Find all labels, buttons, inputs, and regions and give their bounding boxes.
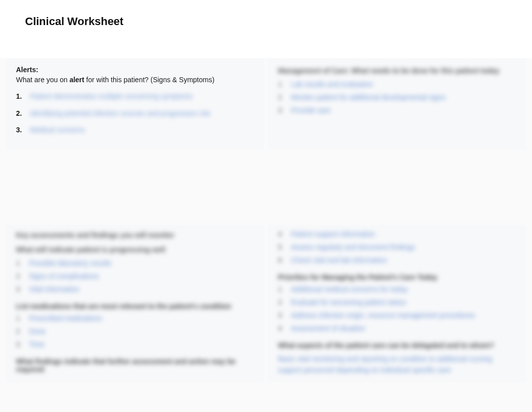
mgmt-text-1: Lab results and evaluation	[291, 80, 373, 88]
ll-num1-3: 3	[16, 285, 23, 293]
ll-num2-1: 1	[16, 314, 23, 322]
ll-item2-1: 1 Prescribed medications	[16, 314, 254, 322]
alert-text-1: Patient demonstrates multiple concerning…	[30, 92, 192, 102]
alerts-prompt: What are you on alert for with this pati…	[16, 76, 254, 84]
lr-heading2: What aspects of the patient care can be …	[278, 341, 516, 349]
alert-item-1: 1. Patient demonstrates multiple concern…	[16, 92, 254, 102]
ll-heading1: Key assessments and findings you will mo…	[16, 230, 254, 241]
mgmt-text-2: Monitor patient for additional developme…	[291, 93, 445, 101]
ll-text2-3: Time	[29, 340, 45, 348]
lr-top-num-1: 4	[278, 230, 285, 238]
prompt-suffix: for with this patient? (Signs & Symptoms…	[84, 76, 214, 84]
lr-text1-2: Evaluate for worsening patient status	[291, 298, 406, 306]
lr-item1-4: 4 Assessment of situation	[278, 324, 516, 332]
prompt-bold: alert	[70, 76, 85, 84]
upper-content: Alerts: What are you on alert for with t…	[0, 58, 532, 150]
ll-num2-3: 3	[16, 340, 23, 348]
mgmt-num-1: 1	[278, 80, 285, 88]
lr-num1-2: 2	[278, 298, 285, 306]
ll-item2-2: 2 Dose	[16, 327, 254, 335]
alert-num-2: 2.	[16, 109, 25, 117]
lr-top-num-3: 6	[278, 256, 285, 264]
mgmt-num-2: 2	[278, 93, 285, 101]
lr-top-num-2: 5	[278, 243, 285, 251]
ll-item2-3: 3 Time	[16, 340, 254, 348]
ll-num2-2: 2	[16, 327, 23, 335]
alerts-column: Alerts: What are you on alert for with t…	[6, 58, 264, 150]
lr-num1-1: 1	[278, 285, 285, 293]
alert-num-1: 1.	[16, 92, 25, 100]
alert-item-2: 2. Identifying potential infection sourc…	[16, 109, 254, 119]
alert-text-3: Medical concerns	[30, 125, 85, 135]
lr-item1-1: 1 Additional medical concerns for today	[278, 285, 516, 293]
lr-text1-4: Assessment of situation	[291, 324, 365, 332]
lr-top-2: 5 Assess regularly and document findings	[278, 243, 516, 251]
mgmt-text-3: Provide care	[291, 106, 331, 114]
mgmt-item-2: 2 Monitor patient for additional develop…	[278, 93, 516, 101]
ll-item1-1: 1 Possible laboratory results	[16, 259, 254, 267]
management-column: Management of Care: What needs to be don…	[268, 58, 526, 150]
lr-top-1: 4 Patient support information	[278, 230, 516, 238]
prompt-prefix: What are you on	[16, 76, 68, 84]
ll-item1-2: 2 Signs of complications	[16, 272, 254, 280]
alert-text-2: Identifying potential infection sources …	[30, 109, 210, 119]
lr-num1-4: 4	[278, 324, 285, 332]
ll-item1-3: 3 Vital information	[16, 285, 254, 293]
ll-text2-2: Dose	[29, 327, 46, 335]
lr-num1-3: 3	[278, 311, 285, 319]
ll-heading3: What findings indicate that further asse…	[16, 357, 254, 373]
alert-num-3: 3.	[16, 126, 25, 134]
ll-heading2: List medications that are most relevant …	[16, 302, 254, 310]
alert-item-3: 3. Medical concerns	[16, 125, 254, 135]
ll-num1-2: 2	[16, 272, 23, 280]
page-header: Clinical Worksheet	[0, 0, 532, 58]
lr-top-3: 6 Check vital and lab information	[278, 256, 516, 264]
lr-text1-1: Additional medical concerns for today	[291, 285, 408, 293]
ll-num1-1: 1	[16, 259, 23, 267]
lr-top-text-1: Patient support information	[291, 230, 375, 238]
ll-text1-1: Possible laboratory results	[29, 259, 111, 267]
mgmt-num-3: 3	[278, 106, 285, 114]
lr-top-text-2: Assess regularly and document findings	[291, 243, 415, 251]
lr-item1-3: 3 Address infection origin, resource man…	[278, 311, 516, 319]
lr-text1-3: Address infection origin, resource manag…	[291, 311, 475, 319]
management-heading: Management of Care: What needs to be don…	[278, 66, 516, 76]
lower-content: Key assessments and findings you will mo…	[0, 225, 532, 382]
ll-text2-1: Prescribed medications	[29, 314, 102, 322]
ll-text1-3: Vital information	[29, 285, 79, 293]
mgmt-item-1: 1 Lab results and evaluation	[278, 80, 516, 88]
lower-right-column: 4 Patient support information 5 Assess r…	[268, 225, 526, 382]
mgmt-item-3: 3 Provide care	[278, 106, 516, 114]
ll-text1-2: Signs of complications	[29, 272, 99, 280]
lr-text2: Basic vital monitoring and reporting on …	[278, 353, 516, 376]
lr-heading1: Priorities for Managing the Patient's Ca…	[278, 273, 516, 281]
lower-left-column: Key assessments and findings you will mo…	[6, 225, 264, 382]
page-title: Clinical Worksheet	[25, 15, 507, 28]
lr-item1-2: 2 Evaluate for worsening patient status	[278, 298, 516, 306]
lr-top-text-3: Check vital and lab information	[291, 256, 387, 264]
alerts-label: Alerts:	[16, 66, 254, 74]
ll-subheading1: What will indicate patient is progressin…	[16, 245, 254, 255]
